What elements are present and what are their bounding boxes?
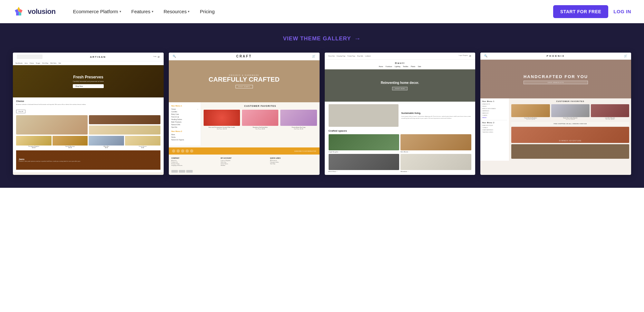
dwell-boho-label: Boho Mambo → [400,151,471,153]
dwell-brick-label: Brick & Stone → [329,171,399,172]
dwell-hero-btn: SHOP NOW [392,87,408,90]
pinterest-icon [186,149,189,153]
nav-item-features[interactable]: Features ▾ [127,6,158,17]
phoenix-product-price-2: Our Price: $18.00 [551,119,590,120]
craft-menu2-item-natural: Natural & Organic [171,138,198,141]
artisan-subnav-item: Sale [59,62,61,64]
phoenix-product-price-3: Our Price: $18.00 [591,119,629,120]
craft-menu-item-gifts: Natural Gifts [171,123,198,126]
artisan-mini-nav: Login ⊘ [153,55,160,58]
craft-main: CUSTOMER FAVORITES Rose and Pomegranate … [201,102,320,146]
dwell-subnav: Room Sets Everyday Page Product Page Sho… [329,55,371,57]
nav-right: START FOR FREE LOG IN [553,5,631,18]
phoenix-menu2-title: Nav Menu 2 [482,122,507,124]
dwell-spaces-title: Crafted spaces [329,129,472,132]
theme-card-artisan[interactable]: ARTISAN Login ⊘ New Arrivals Jams Cheese… [13,53,164,175]
artisan-hero: Fresh Preserves Carefully harvested and … [13,65,164,97]
theme-grid: ARTISAN Login ⊘ New Arrivals Jams Cheese… [13,53,631,175]
theme-card-craft[interactable]: 🔍 CRAFT 🛒 ORGANIC & HANDMADE CAREFULLY C… [169,53,320,175]
craft-hero: ORGANIC & HANDMADE CAREFULLY CRAFTED SHO… [169,60,320,102]
phoenix-menu-rings: RINGS [482,105,507,107]
phoenix-main: CUSTOMER FAVORITES Twisted Beaded Neckla… [509,98,631,161]
dwell-main-nav: Dwell Home Furniture Lighting Textiles P… [325,60,476,69]
nav-item-ecommerce[interactable]: Ecommerce Platform ▾ [68,6,125,17]
phoenix-product-2: Snake Skin Leather Bracelet Our Price: $… [551,104,590,120]
theme-card-phoenix[interactable]: 🔍 PHOENIX 🛒 HANDCRAFTED FOR YOU SHOP BRA… [480,53,631,175]
view-gallery-link[interactable]: VIEW THEME GALLERY → [283,35,361,42]
dwell-content: Sustainable living. Lorem ipsum dolor si… [325,102,476,175]
craft-footer-account-title: MY ACCOUNT [221,157,267,159]
nav-item-pricing[interactable]: Pricing [195,6,219,17]
phoenix-product-price-1: Our Price: $18.00 [511,119,550,120]
dwell-login-btn: Login / Register [459,55,468,57]
craft-footer-col-company: COMPANY About Us Contact Us Privacy Poli… [171,157,218,166]
phoenix-menu2-boutique: BEAD BOUTIQUE [482,124,507,126]
phoenix-header: 🔍 PHOENIX 🛒 [480,53,631,60]
cheese-img-4 [125,136,160,146]
craft-menu-item-bodycare: Body Care [171,113,198,116]
craft-cart-icon: 🛒 [312,55,315,58]
artisan-cheese-grid: Parmigiano Reggiano $22.48 Spanish Manch… [16,136,160,148]
craft-product-img-soap [280,110,317,126]
dwell-scandi-img [400,154,471,170]
phoenix-hero-content: HANDCRAFTED FOR YOU SHOP BRACELETS [524,74,588,84]
craft-menu-section-2: Nav Menu 2 More Herbs Natural & Organic [171,130,198,141]
theme-card-dwell[interactable]: Room Sets Everyday Page Product Page Sho… [325,53,476,175]
artisan-subnav-item: Cheese [30,62,34,64]
dwell-cart-icon: ⊘ [469,55,471,57]
craft-logo: CRAFT [236,55,252,58]
logo[interactable]: volusion [13,6,55,17]
phoenix-summer-banner: SUMMER ADVENTURE [511,127,629,143]
artisan-shop-btn: Shop All [16,110,25,113]
craft-hero-title: CAREFULLY CRAFTED [209,76,280,83]
nav-item-resources[interactable]: Resources ▾ [159,6,194,17]
artisan-product-2-3 [89,115,160,135]
dwell-nav-plants: Plants [411,65,415,67]
craft-footer-company-title: COMPANY [171,157,218,159]
dwell-nav-sale: Sale [418,65,421,67]
craft-menu-item-spa: Spa Kits [171,126,198,128]
nav-links: Ecommerce Platform ▾ Features ▾ Resource… [68,6,553,17]
dwell-hero-text: Reinventing home decor. SHOP NOW [381,81,419,90]
dwell-nav-furniture: Furniture [386,65,392,67]
dwell-hero-title: Reinventing home decor. [381,81,419,85]
craft-footer-links-title: QUICK LINKS [270,157,317,159]
craft-menu-item-soaps: Soaps› [171,108,198,110]
phoenix-product-3: Lava Rock Bracelet Our Price: $18.00 [591,104,629,120]
discover-icon [179,170,185,173]
craft-product-2: Raspberry Oat Body Balm Our Price: $9.49 [242,110,278,130]
phoenix-logo: PHOENIX [547,55,565,57]
artisan-product-3 [89,126,160,135]
dwell-space-brick: Brick & Stone → [329,154,399,172]
cheese-img-3 [89,136,124,146]
phoenix-banner-text: SUMMER ADVENTURE [559,140,582,142]
craft-section-title: CUSTOMER FAVORITES [204,105,317,107]
login-button[interactable]: LOG IN [613,9,631,14]
phoenix-menu2-turaco: TURACO [482,126,507,129]
craft-footer-bar: SUBSCRIBE TO OUR NEWSLETTER [169,147,320,155]
dwell-boho-img [400,134,471,150]
dwell-header-right: Login / Register ⊘ [459,55,471,57]
cheese-item-1: Parmigiano Reggiano $22.48 [16,136,52,148]
dwell-nav-shopsale: Shop Sale [357,55,363,57]
craft-menu-item-healing: Healing Salves [171,118,198,121]
nav-cart: ⊘ [158,55,160,58]
phoenix-menu-bangles: BANGLES [482,112,507,114]
instagram-icon [181,149,184,153]
craft-footer-help: Site Help [270,163,317,165]
start-for-free-button[interactable]: START FOR FREE [553,5,608,18]
artisan-bottom-section: Jams Packed in their peak ripeness each … [16,150,160,170]
craft-footer-links: COMPANY About Us Contact Us Privacy Poli… [169,155,320,169]
artisan-bottom-content: Jams Packed in their peak ripeness each … [19,158,81,162]
cheese-price-2: $18.48 [68,147,72,148]
artisan-bottom-title: Jams [19,158,81,160]
phoenix-menu-chains: CHAINS [482,114,507,116]
cheese-price-4: $9.48 [141,147,144,148]
phoenix-menu-earrings: EARRINGS [482,110,507,112]
craft-footer-col-links: QUICK LINKS All Products Category Index … [270,157,317,166]
dwell-space-scandi: Minimalistic → [400,154,471,172]
craft-menu1-title: Nav Menu 1 [171,105,198,107]
phoenix-product-1: Twisted Beaded Necklace Our Price: $18.0… [511,104,550,120]
dwell-sustainable-title: Sustainable living. [401,112,471,114]
artisan-hero-subtitle: Carefully harvested and preserved at hom… [73,80,104,82]
